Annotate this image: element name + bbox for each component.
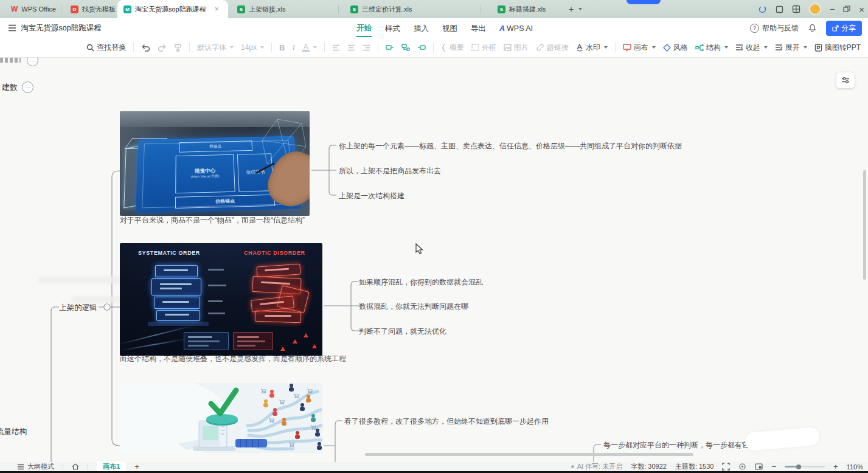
summary-button[interactable]: 概要: [441, 43, 464, 53]
vertical-scrollbar[interactable]: [863, 170, 866, 280]
home-icon[interactable]: [72, 463, 79, 470]
close-tab-icon[interactable]: ×: [215, 5, 219, 13]
tab-mindmap-active[interactable]: M 淘宝无货源sop陪跑课程 ×: [117, 0, 228, 18]
outline-mode-button[interactable]: 大纲模式: [17, 462, 54, 471]
clipped-node-label[interactable]: 建数: [2, 82, 18, 93]
share-button[interactable]: 分享: [826, 21, 862, 36]
zoom-slider[interactable]: [785, 466, 825, 468]
divider: [271, 43, 272, 52]
zoom-out-button[interactable]: −: [771, 462, 776, 471]
help-feedback-button[interactable]: ? 帮助与反馈: [750, 23, 799, 33]
tab-sheet-links[interactable]: S 上架链接.xls: [231, 0, 292, 18]
canvas-settings-button[interactable]: [836, 72, 855, 88]
sync-icon[interactable]: [758, 5, 767, 14]
menu-view[interactable]: 视图: [442, 20, 457, 36]
collapse-button[interactable]: 收起: [735, 43, 768, 53]
tab-sheet-titles[interactable]: S 标题搭建.xls: [491, 0, 552, 18]
picture-button[interactable]: 图片: [504, 43, 529, 53]
mindmap-canvas[interactable]: ··· 建数 ··· 上架的逻辑 流量结构 标题区: [0, 58, 868, 462]
minimize-button[interactable]: −: [830, 4, 835, 14]
hamburger-menu-icon[interactable]: [8, 24, 16, 32]
restore-button[interactable]: [843, 5, 850, 13]
mindmap-image-blueprint[interactable]: 标题区 视觉中心 (Main Visual 主图) 信任背书 价格锚点: [120, 111, 310, 216]
divider: [481, 5, 481, 13]
expand-button[interactable]: 展开: [775, 43, 807, 53]
redo-button[interactable]: [158, 44, 167, 52]
apps-grid-icon[interactable]: [792, 5, 800, 13]
minimap-icon[interactable]: [755, 463, 763, 470]
branch-text[interactable]: 判断不了问题，就无法优化: [359, 326, 446, 337]
mindmap-to-ppt-button[interactable]: 脑图转PPT: [814, 43, 861, 53]
branch-text[interactable]: 数据混乱，你就无法判断问题在哪: [359, 302, 468, 312]
font-family-select[interactable]: 默认字体: [197, 43, 234, 53]
watermark-button[interactable]: 水印: [576, 43, 608, 53]
horizontal-scrollbar[interactable]: [365, 453, 693, 456]
hyperlink-button[interactable]: 超链接: [536, 43, 569, 53]
node-traffic-structure[interactable]: 流量结构: [0, 427, 27, 437]
menu-insert[interactable]: 插入: [414, 20, 429, 36]
add-canvas-button[interactable]: +: [134, 462, 139, 471]
undo-button[interactable]: [141, 44, 150, 52]
mindmap-image-order-vs-chaos[interactable]: SYSTEMATIC ORDER CHAOTIC DISORDER: [120, 243, 322, 356]
wps-home-tab[interactable]: W WPS Office: [5, 0, 62, 18]
align-center-button[interactable]: [347, 44, 355, 51]
menu-items: 开始 样式 插入 视图 导出 AWPS AI: [356, 18, 533, 38]
branch-text[interactable]: 每一步都对应平台的一种判断，每一步都有它: [603, 440, 749, 451]
close-window-button[interactable]: ×: [859, 4, 864, 15]
branch-text[interactable]: 看了很多教程，改了很多地方，但始终不知道到底哪一步起作用: [344, 416, 549, 427]
branch-text[interactable]: 如果顺序混乱，你得到的数据就会混乱: [359, 277, 483, 288]
tab-template-doc[interactable]: D 找货壳模板: [64, 0, 122, 18]
wps-home-label: WPS Office: [21, 5, 56, 13]
document-title: 淘宝无货源sop陪跑课程: [21, 23, 102, 33]
branch-text[interactable]: 你上架的每一个元素——标题、主图、卖点表达、信任信息、价格层级——共同组成了平台…: [339, 141, 682, 151]
image-caption[interactable]: 对于平台来说，商品不是一个“物品”，而是一段“信息结构”: [120, 215, 305, 226]
picture-icon: [504, 44, 512, 51]
branch-text[interactable]: 所以，上架不是把商品发布出去: [339, 166, 441, 176]
collapse-toggle-circle[interactable]: [104, 304, 110, 310]
format-painter-button[interactable]: [174, 44, 182, 52]
ai-copilot-status[interactable]: AI 伴写: 未开启: [571, 462, 623, 471]
locate-center-icon[interactable]: [738, 463, 746, 471]
divider: [63, 464, 63, 470]
fit-screen-icon[interactable]: [722, 463, 730, 471]
insert-topic-button[interactable]: [386, 44, 394, 51]
node-shelving-logic[interactable]: 上架的逻辑: [59, 303, 97, 313]
zoom-level[interactable]: 110%: [847, 463, 863, 471]
redo-icon: [158, 44, 167, 52]
style-button[interactable]: 风格: [663, 43, 688, 53]
menu-start[interactable]: 开始: [356, 19, 372, 37]
outer-frame-icon: [471, 44, 479, 51]
mindmap-image-checkmark-flow[interactable]: [120, 383, 322, 453]
outer-frame-button[interactable]: 外框: [471, 43, 496, 53]
divider: [133, 43, 134, 52]
bold-button[interactable]: B: [279, 43, 285, 52]
order-box: [155, 265, 198, 277]
order-box: [154, 297, 200, 309]
zoom-in-button[interactable]: +: [833, 462, 838, 471]
tab-sheet-pricing[interactable]: S 三维定价计算.xls: [344, 0, 418, 18]
insert-subtopic-button[interactable]: [401, 44, 410, 51]
branch-text[interactable]: 上架是一次结构搭建: [339, 191, 404, 201]
zoom-slider-knob[interactable]: [796, 464, 801, 469]
workspace-icon[interactable]: [776, 5, 783, 13]
new-tab-button[interactable]: +: [563, 0, 588, 18]
menu-style[interactable]: 样式: [385, 20, 400, 36]
canvas-tab-1[interactable]: 画布1: [97, 461, 126, 472]
insert-parent-topic-button[interactable]: [417, 44, 426, 51]
find-replace-button[interactable]: 查找替换: [86, 43, 126, 53]
font-color-button[interactable]: A: [302, 44, 317, 52]
menu-wps-ai[interactable]: AWPS AI: [499, 21, 533, 35]
italic-button[interactable]: I: [292, 43, 294, 52]
menu-export[interactable]: 导出: [471, 20, 486, 36]
align-left-button[interactable]: [332, 44, 340, 51]
sheet-doc-icon: S: [498, 5, 505, 13]
canvas-button[interactable]: 画布: [623, 43, 656, 53]
image-caption[interactable]: 而这个结构，不是随便堆叠，也不是灵感发挥，而是有顺序的系统工程: [120, 354, 346, 364]
user-avatar[interactable]: [809, 3, 821, 15]
align-right-button[interactable]: [363, 44, 370, 51]
structure-button[interactable]: 结构: [695, 43, 728, 53]
font-size-select[interactable]: 14px: [241, 43, 264, 52]
node-more-button[interactable]: ···: [22, 81, 33, 93]
bell-icon[interactable]: [808, 24, 816, 32]
question-circle-icon: ?: [750, 24, 759, 33]
